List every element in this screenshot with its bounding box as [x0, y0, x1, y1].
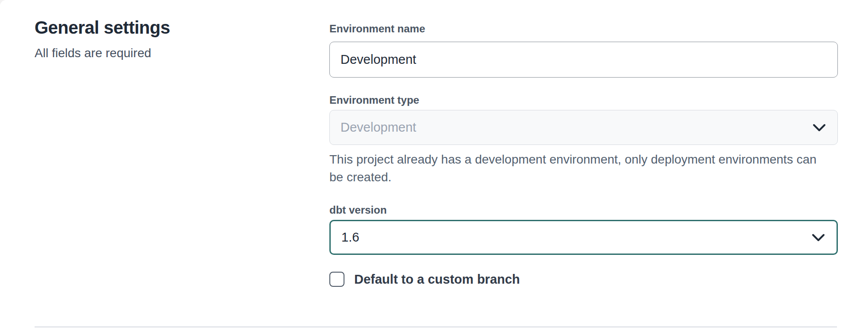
custom-branch-row: Default to a custom branch	[329, 272, 838, 287]
chevron-down-icon	[812, 234, 825, 242]
custom-branch-label[interactable]: Default to a custom branch	[354, 272, 520, 287]
environment-name-input[interactable]	[329, 42, 838, 78]
custom-branch-checkbox[interactable]	[329, 272, 344, 287]
environment-type-helper-text: This project already has a development e…	[329, 151, 825, 186]
settings-card: General settings All fields are required…	[0, 0, 868, 328]
dbt-version-label: dbt version	[329, 204, 838, 216]
environment-type-select: Development	[329, 110, 838, 145]
environment-name-label: Environment name	[329, 23, 838, 35]
chevron-down-icon	[813, 124, 826, 132]
environment-type-label: Environment type	[329, 94, 838, 106]
dbt-version-value: 1.6	[341, 230, 359, 245]
environment-type-value: Development	[340, 120, 416, 135]
page-subtitle: All fields are required	[35, 46, 151, 60]
dbt-version-select[interactable]: 1.6	[329, 220, 838, 255]
general-settings-form: Environment name Environment type Develo…	[329, 23, 838, 287]
section-divider	[35, 326, 837, 328]
page-title: General settings	[35, 18, 170, 38]
